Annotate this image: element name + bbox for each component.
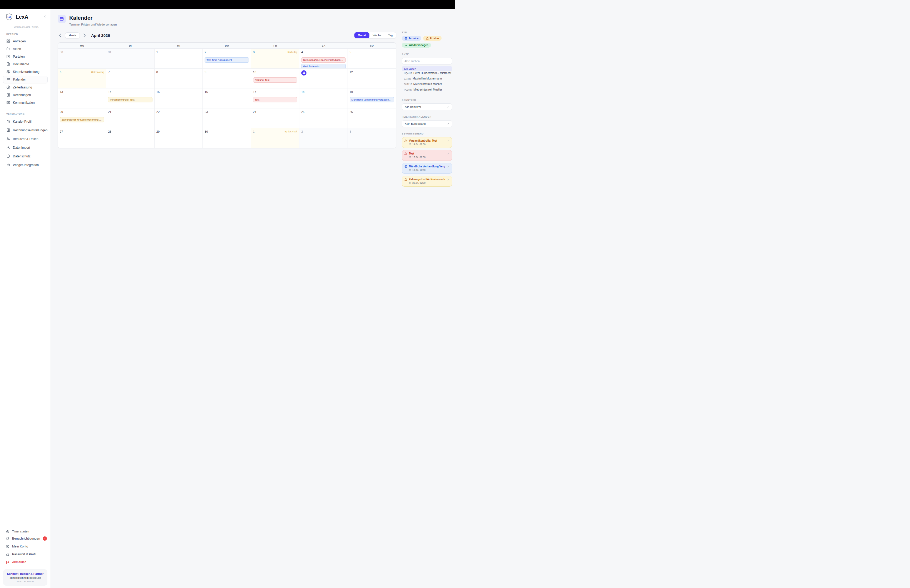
day-header-sa: SA	[299, 43, 348, 49]
day-number: 13	[60, 90, 63, 94]
typ-filter-fristen[interactable]: Fristen	[423, 36, 441, 41]
day-cell-7[interactable]: 7	[106, 69, 154, 89]
sidebar-item-parteien[interactable]: Parteien	[0, 53, 50, 60]
day-cell-11[interactable]: 11	[299, 69, 348, 89]
view-toggle: MonatWocheTag	[354, 32, 396, 39]
warning-icon	[404, 152, 407, 155]
day-cell-10[interactable]: 10Prüfung: Test	[251, 69, 299, 89]
akte-code: HQ4119	[404, 72, 412, 74]
calendar-event[interactable]: Prüfung: Test	[253, 78, 297, 82]
day-cell-4[interactable]: 4Stellungnahme Sachverständigengutachten…	[299, 49, 348, 69]
view-button-woche[interactable]: Woche	[369, 32, 385, 38]
akte-item-hq4119[interactable]: HQ4119Peter Hundertmark – Mietrecht	[402, 71, 452, 77]
benutzer-select[interactable]: Alle Benutzer	[402, 103, 452, 110]
day-cell-17[interactable]: 17Test	[251, 89, 299, 108]
calendar-event[interactable]: Zahlungsfrist für Kostenrechnung (14 Tag…	[60, 117, 104, 123]
sidebar-item-kommunikation[interactable]: Kommunikation	[0, 99, 50, 106]
akte-search-input[interactable]	[402, 58, 452, 65]
akte-item-lj1661[interactable]: LJ1661Maximilian Mustermann	[402, 77, 452, 82]
sidebar-item-zeiterfassung[interactable]: Zeiterfassung	[0, 84, 50, 91]
calendar-event[interactable]: Test	[253, 97, 297, 102]
day-cell-16[interactable]: 16	[203, 89, 251, 108]
sidebar-item-dokumente[interactable]: Dokumente	[0, 60, 50, 68]
day-cell-27[interactable]: 27	[58, 128, 106, 148]
sidebar-item-benutzer-rollen[interactable]: Benutzer & Rollen	[0, 134, 50, 143]
calendar-event[interactable]: Test Time Appointment	[205, 57, 249, 63]
day-cell-29[interactable]: 29	[155, 128, 203, 148]
upcoming-event-card[interactable]: Zahlungsfrist für Kostenrechnung (...20.…	[402, 176, 452, 187]
calendar-event[interactable]: Stellungnahme Sachverständigengutachten	[301, 57, 346, 63]
akte-name: Maximilian Mustermann	[412, 77, 442, 80]
typ-filter-termine[interactable]: Termine	[402, 36, 421, 41]
day-cell-1[interactable]: 1Tag der Arbeit	[251, 128, 299, 148]
upcoming-event-title: Mündliche Verhandlung Vergabeka...	[409, 165, 445, 168]
day-cell-28[interactable]: 28	[106, 128, 154, 148]
day-cell-21[interactable]: 21	[106, 108, 154, 128]
day-cell-31[interactable]: 31	[106, 49, 154, 69]
akte-code: PG2887	[404, 89, 412, 91]
day-cell-20[interactable]: 20Zahlungsfrist für Kostenrechnung (14 T…	[58, 108, 106, 128]
sidebar-section: BETRIEBAnfragenAktenParteienDokumenteSta…	[0, 33, 50, 106]
sidebar-item-label: Kalender	[13, 78, 26, 81]
view-button-tag[interactable]: Tag	[385, 32, 396, 38]
day-cell-25[interactable]: 25	[299, 108, 348, 128]
calendar-event[interactable]: Versandkontrolle: Test	[108, 97, 152, 102]
typ-filter-wiedervorlagen[interactable]: Wiedervorlagen	[402, 43, 431, 48]
day-cell-12[interactable]: 12	[348, 69, 396, 89]
day-cell-24[interactable]: 24	[251, 108, 299, 128]
day-number: 2	[301, 130, 303, 133]
sidebar-item-kanzlei-profil[interactable]: Kanzlei-Profil	[0, 117, 50, 126]
day-cell-5[interactable]: 5	[348, 49, 396, 69]
day-cell-23[interactable]: 23	[203, 108, 251, 128]
sidebar-item-kalender[interactable]: Kalender	[3, 76, 48, 83]
sidebar-item-datenimport[interactable]: Datenimport	[0, 143, 50, 152]
day-cell-2[interactable]: 2Test Time Appointment	[203, 49, 251, 69]
sidebar-item-datenschutz[interactable]: Datenschutz	[0, 152, 50, 161]
day-cell-14[interactable]: 14Versandkontrolle: Test	[106, 89, 154, 108]
sidebar-item-rechnungseinstellungen[interactable]: Rechnungseinstellungen	[0, 126, 50, 134]
today-button[interactable]: Heute	[65, 32, 80, 39]
calendar-event[interactable]: Mündliche Verhandlung Vergabekammer	[350, 97, 394, 102]
day-number: 12	[350, 70, 353, 74]
day-cell-18[interactable]: 18	[299, 89, 348, 108]
day-cell-2[interactable]: 2	[299, 128, 348, 148]
sidebar-item-widget-integration[interactable]: Widget-Integration	[0, 161, 50, 169]
day-cell-3[interactable]: 3Karfreitag	[251, 49, 299, 69]
prev-month-button[interactable]	[58, 32, 63, 38]
day-cell-22[interactable]: 22	[155, 108, 203, 128]
next-month-button[interactable]	[82, 32, 87, 38]
calendar-event[interactable]: Gerichtstermin	[301, 64, 346, 69]
sidebar-item-akten[interactable]: Akten	[0, 45, 50, 53]
calendar-clock-icon	[404, 37, 407, 40]
feiertag-section-label: FEIERTAGSKALENDER	[402, 116, 452, 118]
upcoming-event-card[interactable]: Mündliche Verhandlung Vergabeka...19.04.…	[402, 163, 452, 174]
day-cell-13[interactable]: 13	[58, 89, 106, 108]
sidebar-item-stapelverarbeitung[interactable]: Stapelverarbeitung	[0, 68, 50, 76]
view-button-monat[interactable]: Monat	[354, 32, 369, 38]
day-cell-30[interactable]: 30	[203, 128, 251, 148]
day-header-fr: FR	[251, 43, 299, 49]
calendar-month-grid: MODIMIDOFRSASO 303112Test Time Appointme…	[58, 42, 396, 148]
feiertagskalender-select[interactable]: Kein Bundesland	[402, 120, 452, 127]
day-number: 16	[205, 90, 208, 94]
day-cell-26[interactable]: 26	[348, 108, 396, 128]
day-cell-15[interactable]: 15	[155, 89, 203, 108]
day-cell-19[interactable]: 19Mündliche Verhandlung Vergabekammer	[348, 89, 396, 108]
day-cell-3[interactable]: 3	[348, 128, 396, 148]
day-cell-6[interactable]: 6Ostermontag	[58, 69, 106, 89]
sidebar-item-anfragen[interactable]: Anfragen	[0, 37, 50, 45]
sidebar-collapse-button[interactable]	[43, 15, 47, 19]
shield-icon	[6, 154, 10, 158]
app-tagline: Smart Law. Zero Friction.	[14, 26, 50, 28]
akte-filter-all[interactable]: Alle Akten	[402, 66, 452, 71]
sidebar-item-rechnungen[interactable]: Rechnungen	[0, 91, 50, 99]
day-cell-9[interactable]: 9	[203, 69, 251, 89]
day-cell-1[interactable]: 1	[155, 49, 203, 69]
day-cell-30[interactable]: 30	[58, 49, 106, 69]
upcoming-event-title: Test	[409, 152, 445, 155]
day-cell-8[interactable]: 8	[155, 69, 203, 89]
akte-item-su7215[interactable]: SU7215Mietrechtsstreit Mueller	[402, 82, 452, 88]
upcoming-event-card[interactable]: Test17.04. 02:00	[402, 150, 452, 161]
upcoming-event-card[interactable]: Versandkontrolle: Test14.04. 02:00	[402, 137, 452, 148]
akte-item-pg2887[interactable]: PG2887Mietrechtsstreit Mueller	[402, 88, 452, 94]
